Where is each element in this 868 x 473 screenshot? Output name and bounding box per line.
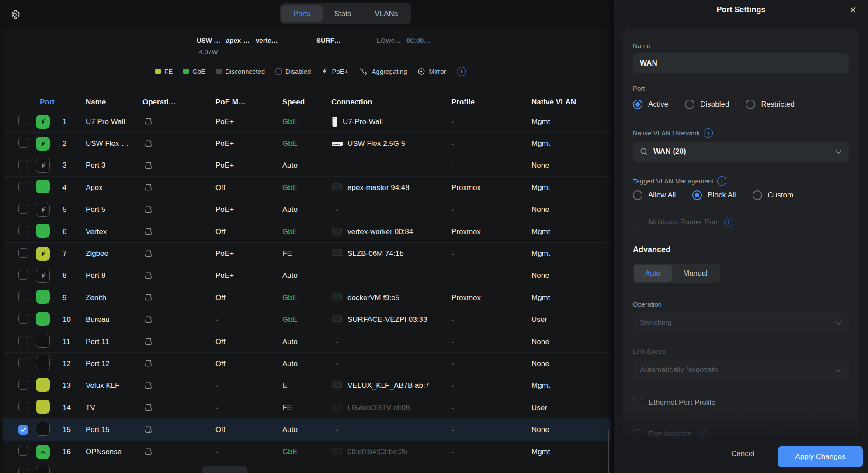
header-connection[interactable]: Connection: [331, 98, 451, 107]
table-row[interactable]: 11 Port 11 Off Auto - - None: [3, 331, 611, 353]
native-vlan-info-icon[interactable]: [704, 128, 713, 138]
operation-device-icon: [142, 446, 215, 458]
radio-allow-all[interactable]: Allow All: [633, 190, 676, 200]
ethernet-profile-checkbox[interactable]: [633, 398, 642, 407]
poe-bolt-icon: [321, 68, 328, 75]
partial-bottom-button[interactable]: [202, 466, 247, 473]
operation-device-icon: [142, 226, 215, 238]
header-port[interactable]: Port: [36, 98, 86, 107]
multicast-checkbox[interactable]: [633, 218, 642, 227]
profile-cell: -: [451, 338, 531, 346]
port-number: 11: [61, 338, 86, 346]
port-status-icon: [36, 334, 50, 348]
table-row[interactable]: 6 Vertex Off GbE vertex-worker 00:84 Pro…: [3, 221, 611, 243]
port-status-icon: [36, 312, 50, 326]
table-scrollbar[interactable]: [608, 430, 609, 473]
table-row[interactable]: 13 Velux KLF - E VELUX_KLF_AB7B ab:7 - M…: [3, 375, 611, 397]
legend-info-icon[interactable]: [457, 67, 466, 76]
disconnected-swatch: [216, 69, 222, 74]
operation-value: Switching: [640, 318, 830, 327]
port-isolation-checkbox[interactable]: [633, 429, 642, 439]
mode-manual[interactable]: Manual: [672, 265, 719, 282]
radio-custom[interactable]: Custom: [753, 190, 794, 200]
row-checkbox[interactable]: [18, 402, 28, 411]
row-checkbox[interactable]: [18, 358, 28, 367]
mode-auto[interactable]: Auto: [634, 265, 672, 282]
table-row[interactable]: 7 Zigbee PoE+ FE SLZB-06M 74:1b - Mgmt: [3, 243, 611, 265]
legend-mirror: Mirror: [417, 68, 446, 75]
connection-device-icon: [331, 447, 343, 457]
row-checkbox[interactable]: [18, 270, 28, 280]
poe-mode-cell: PoE+: [215, 271, 282, 280]
header-name[interactable]: Name: [86, 98, 142, 107]
cancel-button[interactable]: Cancel: [731, 449, 754, 458]
connection-device-icon: [331, 293, 343, 303]
table-row[interactable]: 3 Port 3 PoE+ Auto - - None: [3, 155, 611, 177]
header-profile[interactable]: Profile: [451, 98, 531, 107]
profile-cell: -: [451, 139, 531, 148]
header-poe-mode[interactable]: PoE M…: [215, 98, 282, 107]
table-row[interactable]: [3, 463, 611, 473]
name-input[interactable]: WAN: [633, 53, 849, 73]
radio-dot: [746, 100, 755, 109]
operation-device-icon: [142, 336, 215, 348]
row-checkbox[interactable]: [18, 160, 28, 169]
header-operation[interactable]: Operati…: [142, 98, 215, 107]
row-checkbox[interactable]: [18, 446, 28, 456]
ethernet-profile-label: Ethernet Port Profile: [649, 398, 715, 407]
port-isolation-info-icon[interactable]: [698, 430, 707, 439]
settings-gear-icon[interactable]: [8, 8, 21, 21]
profile-cell: -: [451, 205, 531, 214]
link-speed-select[interactable]: Automatically Negotiate: [633, 360, 849, 380]
row-checkbox[interactable]: [18, 226, 28, 235]
table-row[interactable]: 5 Port 5 PoE+ Auto - - None: [3, 199, 611, 221]
native-vlan-select[interactable]: WAN (20): [633, 142, 849, 162]
port-number: 8: [61, 271, 86, 280]
radio-block-all[interactable]: Block All: [692, 190, 736, 200]
header-speed[interactable]: Speed: [282, 98, 331, 107]
close-icon[interactable]: ✕: [849, 5, 857, 15]
row-checkbox[interactable]: [18, 204, 28, 214]
speed-cell: GbE: [282, 228, 331, 236]
table-row[interactable]: 15 Port 15 Off Auto - - None: [3, 419, 611, 441]
tab-stats[interactable]: Stats: [323, 5, 363, 22]
poe-mode-cell: PoE+: [215, 161, 282, 170]
tab-ports[interactable]: Ports: [281, 5, 323, 22]
tab-vlans[interactable]: VLANs: [363, 5, 410, 22]
multicast-info-icon[interactable]: [724, 218, 733, 227]
row-checkbox[interactable]: [18, 292, 28, 301]
row-checkbox[interactable]: [18, 116, 28, 125]
row-checkbox[interactable]: [18, 314, 28, 324]
row-checkbox[interactable]: [18, 425, 28, 435]
speed-cell: Auto: [282, 425, 331, 434]
row-checkbox[interactable]: [18, 182, 28, 191]
radio-active[interactable]: Active: [633, 100, 668, 109]
table-row[interactable]: 2 USW Flex … PoE+ GbE USW Flex 2.5G 5 - …: [3, 133, 611, 155]
speed-cell: GbE: [282, 139, 331, 148]
port-isolation-label: Port Isolation: [649, 430, 692, 438]
table-row[interactable]: 16 OPNsense - GbE 00:d0:b4:03:be:2b - Mg…: [3, 441, 611, 463]
row-checkbox[interactable]: [18, 138, 28, 148]
row-checkbox[interactable]: [18, 380, 28, 390]
radio-label: Disabled: [700, 100, 729, 109]
poe-mode-cell: PoE+: [215, 205, 282, 214]
row-checkbox[interactable]: [18, 468, 28, 473]
table-row[interactable]: 14 TV - FE LGwebOSTV ef:08 - User: [3, 397, 611, 419]
table-row[interactable]: 8 Port 8 PoE+ Auto - - None: [3, 265, 611, 287]
port-name: USW Flex …: [86, 139, 142, 148]
radio-restricted[interactable]: Restricted: [746, 100, 795, 109]
table-row[interactable]: 1 U7 Pro Wall PoE+ GbE U7-Pro-Wall - Mgm…: [3, 111, 611, 133]
table-row[interactable]: 10 Bureau - GbE SURFACE-VEZPI 03:33 - Us…: [3, 309, 611, 331]
tagged-vlan-info-icon[interactable]: [717, 176, 726, 186]
apply-changes-button[interactable]: Apply Changes: [778, 446, 863, 467]
speed-cell: GbE: [282, 448, 331, 456]
header-native-vlan[interactable]: Native VLAN: [531, 98, 611, 107]
radio-disabled[interactable]: Disabled: [685, 100, 729, 109]
row-checkbox[interactable]: [18, 336, 28, 345]
row-checkbox[interactable]: [18, 248, 28, 258]
operation-select[interactable]: Switching: [633, 313, 849, 333]
port-name: Port 3: [86, 161, 142, 170]
table-row[interactable]: 4 Apex Off GbE apex-master 94:48 Proxmox…: [3, 177, 611, 199]
table-row[interactable]: 9 Zenith Off GbE dockerVM f9:e5 Proxmox …: [3, 287, 611, 309]
table-row[interactable]: 12 Port 12 Off Auto - - None: [3, 353, 611, 375]
